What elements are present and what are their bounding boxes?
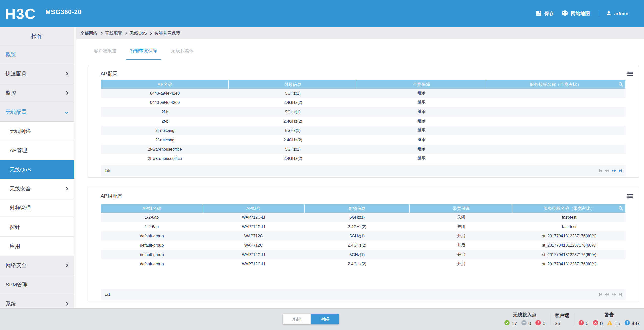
sidebar-item-quick-config[interactable]: 快速配置 — [0, 64, 74, 83]
sidebar-item-label: 概览 — [6, 51, 16, 58]
table-cell: 0440-a94e-42e0 — [101, 89, 229, 98]
next-page-button[interactable] — [612, 169, 616, 172]
last-page-button[interactable] — [619, 293, 622, 296]
breadcrumb-item[interactable]: 无线配置 — [105, 30, 122, 36]
table-cell: 继承 — [357, 98, 486, 107]
ap-stats-title: 无线接入点 — [513, 312, 537, 318]
breadcrumb-item[interactable]: 全部网络 — [80, 30, 97, 36]
ap-pager: 1/5 — [101, 165, 626, 176]
sidebar-item-label: 系统 — [6, 300, 16, 307]
table-row: 0440-a94e-42e05GHz(1)继承 — [101, 89, 626, 98]
chevron-right-icon — [65, 187, 68, 190]
table-cell: fast-test — [513, 222, 626, 231]
system-toggle-button[interactable]: 系统 — [283, 314, 311, 324]
table-cell: default-group — [101, 250, 202, 259]
sidebar-item-overview[interactable]: 概览 — [0, 45, 74, 64]
pager-buttons — [599, 293, 622, 296]
sidebar-item-ap-management[interactable]: AP管理 — [0, 141, 74, 160]
list-menu-icon[interactable] — [627, 71, 633, 77]
sidebar-item-probe[interactable]: 探针 — [0, 217, 74, 237]
table-cell: st_20177041312237176(60%) — [513, 241, 626, 250]
table-row: 2f-warehouseoffice2.4GHz(2)继承 — [101, 154, 626, 163]
table-cell: 2f-warehouseoffice — [101, 145, 229, 154]
table-cell: st_20177041312237176(60%) — [513, 250, 626, 259]
sidebar-item-spm-management[interactable]: SPM管理 — [0, 275, 74, 294]
column-header: 服务模板名称（带宽占比） — [513, 204, 626, 213]
ap-alarm-stat: 0 — [535, 320, 545, 327]
table-cell: 1-2-6ap — [101, 213, 202, 222]
bottom-bar: 系统 网络 无线接入点 17 0 0 — [0, 308, 644, 330]
ap-stats-group: 无线接入点 17 0 0 — [504, 312, 546, 327]
tab-client-rate-limit[interactable]: 客户端限速 — [90, 47, 120, 59]
table-cell: default-group — [101, 259, 202, 269]
first-page-button[interactable] — [599, 169, 602, 172]
column-header: 射频信息 — [305, 204, 410, 213]
table-cell: 5GHz(1) — [229, 107, 357, 117]
footer-stats: 无线接入点 17 0 0 — [504, 309, 640, 330]
sidebar-item-system[interactable]: 系统 — [0, 294, 74, 308]
table-row: default-groupWAP712C2.4GHz(2)开启st_201770… — [101, 241, 626, 250]
sidebar-item-rf-management[interactable]: 射频管理 — [0, 198, 74, 217]
chevron-right-icon — [124, 32, 127, 35]
sidebar-scrollbar[interactable] — [74, 27, 76, 308]
sidebar-item-label: 快速配置 — [6, 70, 27, 77]
table-cell: 0440-a94e-42e0 — [101, 98, 229, 107]
last-page-button[interactable] — [619, 169, 622, 172]
table-cell: 关闭 — [410, 222, 513, 231]
tab-smart-bandwidth[interactable]: 智能带宽保障 — [126, 47, 161, 60]
sidebar-item-label: 无线安全 — [10, 185, 31, 192]
ap-group-pager: 1/1 — [101, 289, 626, 300]
top-bar: H3C MSG360-20 保存 网站地图 admin — [0, 0, 644, 27]
ap-up-stat: 17 — [504, 320, 517, 327]
search-icon[interactable] — [618, 206, 624, 211]
user-menu[interactable]: admin — [606, 10, 628, 17]
alerts-title: 警告 — [604, 312, 614, 318]
clients-stats-group: 客户端 36 — [555, 312, 569, 326]
error-alert-count: 0 — [600, 321, 603, 326]
page-indicator: 1/1 — [105, 292, 110, 297]
first-page-button[interactable] — [599, 293, 602, 296]
sidebar-item-label: 网络安全 — [6, 262, 27, 269]
user-icon — [606, 10, 612, 17]
section-title: AP配置 — [101, 70, 118, 77]
table-row: 1-2-6apWAP712C-LI5GHz(1)关闭fast-test — [101, 213, 626, 222]
breadcrumb-item[interactable]: 智能带宽保障 — [154, 30, 180, 36]
table-cell — [486, 117, 626, 126]
breadcrumb-item[interactable]: 无线QoS — [130, 30, 147, 36]
column-header: 带宽保障 — [357, 80, 486, 89]
table-row: default-groupWAP712C-LI5GHz(1)开启st_20177… — [101, 250, 626, 259]
ap-offline-stat: 0 — [521, 320, 531, 327]
sidebar-item-wireless-qos[interactable]: 无线QoS — [0, 160, 74, 179]
tab-wireless-multimedia[interactable]: 无线多媒体 — [167, 47, 197, 59]
table-cell: 5GHz(1) — [229, 126, 357, 135]
table-cell: 继承 — [357, 126, 486, 135]
next-page-button[interactable] — [612, 293, 616, 296]
sidebar-item-monitor[interactable]: 监控 — [0, 83, 74, 102]
sidebar-item-wireless-config[interactable]: 无线配置 — [0, 102, 74, 122]
search-icon[interactable] — [618, 81, 624, 87]
chevron-right-icon — [65, 263, 68, 267]
network-toggle-button[interactable]: 网络 — [311, 314, 339, 324]
prev-page-button[interactable] — [605, 169, 609, 172]
top-actions: 保存 网站地图 admin — [536, 10, 628, 18]
sidebar-item-application[interactable]: 应用 — [0, 237, 74, 256]
table-cell: 5GHz(1) — [305, 231, 410, 241]
table-row: 2f-b2.4GHz(2)继承 — [101, 117, 626, 126]
ap-up-count: 17 — [512, 321, 517, 326]
prev-page-button[interactable] — [605, 293, 609, 296]
sidebar-item-network-security[interactable]: 网络安全 — [0, 256, 74, 275]
list-menu-icon[interactable] — [627, 193, 633, 199]
sidebar-item-wireless-security[interactable]: 无线安全 — [0, 179, 74, 198]
table-cell: 2.4GHz(2) — [305, 259, 410, 269]
sitemap-button[interactable]: 网站地图 — [561, 10, 590, 18]
table-cell: 继承 — [357, 117, 486, 126]
save-button[interactable]: 保存 — [536, 10, 554, 17]
ok-circle-icon — [504, 320, 510, 327]
sidebar-item-wireless-network[interactable]: 无线网络 — [0, 122, 74, 141]
ap-offline-count: 0 — [528, 321, 531, 326]
info-alert-stat: 497 — [624, 320, 640, 327]
table-row: 1-2-6apWAP712C-LI2.4GHz(2)关闭fast-test — [101, 222, 626, 231]
column-header: 带宽保障 — [410, 204, 513, 213]
stats-divider — [550, 313, 550, 326]
sidebar-item-label: SPM管理 — [6, 281, 28, 288]
